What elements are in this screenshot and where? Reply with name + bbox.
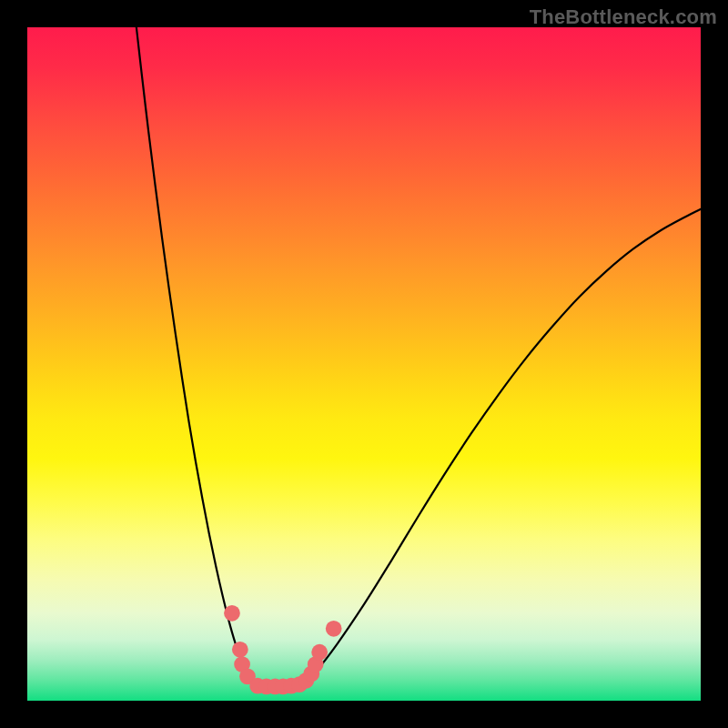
data-marker	[326, 621, 342, 637]
data-marker	[311, 644, 328, 661]
chart-frame: TheBottleneck.com	[0, 0, 728, 728]
bottleneck-curve	[136, 27, 701, 687]
plot-area	[27, 27, 701, 701]
marker-group	[224, 605, 342, 694]
watermark-text: TheBottleneck.com	[530, 5, 717, 29]
chart-svg	[27, 27, 701, 701]
data-marker	[224, 605, 240, 622]
data-marker	[232, 642, 248, 658]
curve-group	[136, 27, 701, 687]
